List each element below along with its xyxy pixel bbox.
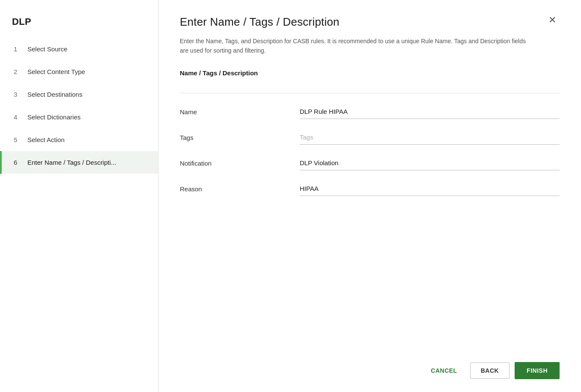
cancel-button[interactable]: CANCEL	[423, 363, 465, 378]
sidebar-item-select-action[interactable]: 5 Select Action	[0, 128, 158, 151]
sidebar-item-label-6: Enter Name / Tags / Descripti...	[27, 159, 116, 166]
name-label: Name	[180, 108, 300, 119]
finish-button[interactable]: FINISH	[515, 362, 560, 379]
reason-field	[300, 182, 560, 196]
reason-label: Reason	[180, 185, 300, 196]
step-num-5: 5	[14, 136, 21, 143]
main-content: Enter Name / Tags / Description ✕ Enter …	[158, 0, 581, 392]
step-num-6: 6	[14, 159, 21, 166]
sidebar-item-select-content-type[interactable]: 2 Select Content Type	[0, 60, 158, 83]
sidebar: DLP 1 Select Source 2 Select Content Typ…	[0, 0, 158, 392]
step-num-3: 3	[14, 91, 21, 98]
section-divider	[180, 93, 560, 93]
sidebar-item-label-4: Select Dictionaries	[27, 113, 80, 121]
section-title: Name / Tags / Description	[180, 69, 560, 81]
close-button[interactable]: ✕	[545, 14, 560, 27]
tags-label: Tags	[180, 134, 300, 145]
form-row-reason: Reason	[180, 182, 560, 196]
step-num-2: 2	[14, 68, 21, 75]
modal-header: Enter Name / Tags / Description ✕	[180, 15, 560, 29]
reason-input[interactable]	[300, 182, 560, 196]
sidebar-item-label-1: Select Source	[27, 45, 67, 53]
modal-overlay: DLP 1 Select Source 2 Select Content Typ…	[0, 0, 581, 392]
notification-input[interactable]	[300, 157, 560, 170]
tags-input[interactable]	[300, 131, 560, 145]
sidebar-item-label-3: Select Destinations	[27, 91, 82, 98]
sidebar-title: DLP	[0, 9, 158, 38]
sidebar-item-label-2: Select Content Type	[27, 68, 85, 75]
sidebar-item-enter-name[interactable]: 6 Enter Name / Tags / Descripti...	[0, 151, 158, 174]
form-row-tags: Tags	[180, 131, 560, 145]
sidebar-item-label-5: Select Action	[27, 136, 65, 143]
tags-field	[300, 131, 560, 145]
modal-footer: CANCEL BACK FINISH	[423, 362, 560, 379]
step-num-1: 1	[14, 45, 21, 53]
sidebar-item-select-source[interactable]: 1 Select Source	[0, 38, 158, 60]
back-button[interactable]: BACK	[470, 362, 509, 379]
modal-dialog: DLP 1 Select Source 2 Select Content Typ…	[0, 0, 581, 392]
form-row-notification: Notification	[180, 157, 560, 170]
sidebar-item-select-dictionaries[interactable]: 4 Select Dictionaries	[0, 106, 158, 128]
modal-title: Enter Name / Tags / Description	[180, 15, 340, 29]
step-num-4: 4	[14, 113, 21, 121]
form-row-name: Name	[180, 105, 560, 119]
name-field	[300, 105, 560, 119]
modal-description: Enter the Name, Tags, and Description fo…	[180, 36, 531, 56]
sidebar-item-select-destinations[interactable]: 3 Select Destinations	[0, 83, 158, 106]
notification-field	[300, 157, 560, 170]
name-input[interactable]	[300, 105, 560, 119]
notification-label: Notification	[180, 160, 300, 170]
